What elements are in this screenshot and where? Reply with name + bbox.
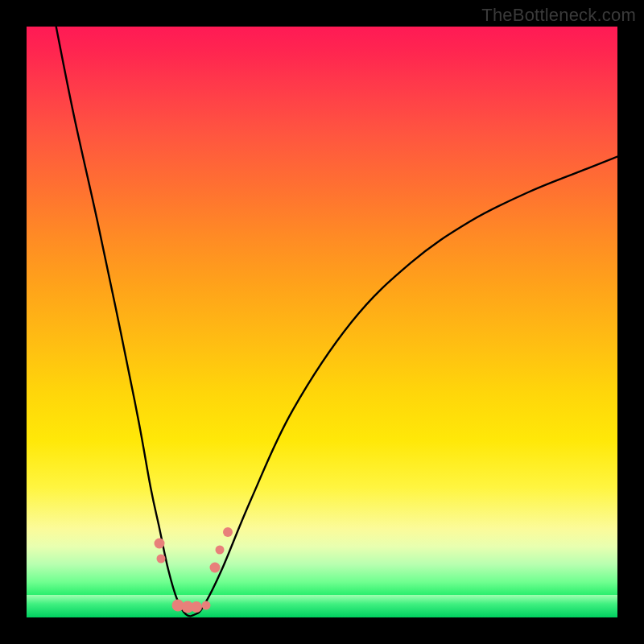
- bottleneck-curve: [27, 27, 617, 617]
- sample-dot: [216, 545, 225, 554]
- sample-dot: [202, 601, 211, 609]
- sample-dot: [210, 562, 221, 572]
- sample-dot: [191, 601, 202, 613]
- watermark-text: TheBottleneck.com: [481, 5, 636, 26]
- sample-dot: [223, 527, 233, 537]
- chart-frame: TheBottleneck.com: [0, 0, 644, 644]
- sample-dot: [157, 554, 166, 563]
- sample-dot: [155, 539, 165, 549]
- plot-area: [27, 27, 617, 617]
